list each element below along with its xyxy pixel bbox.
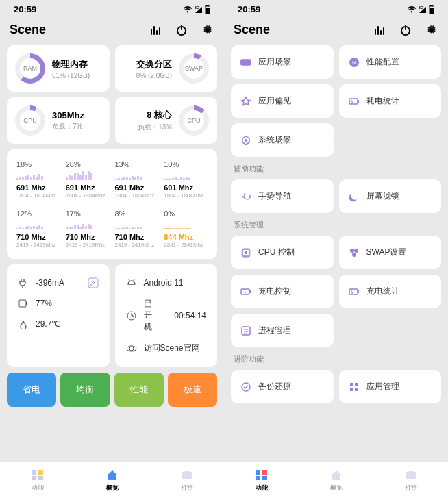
globe-icon bbox=[126, 343, 137, 354]
temp-icon bbox=[18, 318, 29, 329]
chart-icon[interactable] bbox=[373, 23, 386, 37]
feature-屏幕滤镜[interactable]: 屏幕滤镜 bbox=[339, 179, 442, 213]
mode-extreme[interactable]: 极速 bbox=[168, 373, 217, 407]
svg-rect-35 bbox=[249, 290, 251, 293]
mode-powersave[interactable]: 省电 bbox=[7, 373, 56, 407]
cpu-core-3: 10% 691 Mhz 1804 - 1804Mhz bbox=[162, 158, 209, 201]
pref-icon bbox=[240, 96, 251, 107]
svg-rect-21 bbox=[430, 8, 434, 14]
svg-text:3G: 3G bbox=[419, 5, 423, 10]
signal-icon: 3G bbox=[419, 5, 427, 14]
screen-left: 20:59 3G Scene RAM 物理内存 61% (12GB) bbox=[0, 0, 224, 502]
header: Scene bbox=[0, 17, 224, 45]
svg-rect-44 bbox=[256, 470, 260, 475]
cpu-core-4: 12% 710 Mhz 2419 - 2419Mhz bbox=[15, 207, 62, 251]
cpu-core-2: 13% 691 Mhz 1804 - 1804Mhz bbox=[114, 158, 160, 201]
svg-rect-27 bbox=[358, 100, 359, 103]
nav-overview[interactable]: 概览 bbox=[329, 469, 344, 492]
gesture-icon bbox=[240, 191, 251, 202]
svg-rect-8 bbox=[26, 302, 27, 305]
section-aux: 辅助功能 bbox=[234, 164, 441, 174]
screen-icon bbox=[349, 191, 360, 202]
system-card[interactable]: Android 11 已开机 00:54:14 访问Scene官网 bbox=[115, 264, 218, 367]
svg-point-11 bbox=[129, 347, 134, 351]
cores-card[interactable]: 18% 691 Mhz 1804 - 1804Mhz 28% 691 Mhz 1… bbox=[7, 149, 217, 259]
wifi-icon bbox=[407, 5, 416, 14]
feature-性能配置[interactable]: N性能配置 bbox=[339, 45, 442, 79]
status-time: 20:59 bbox=[238, 4, 260, 14]
feature-充电统计[interactable]: 充电统计 bbox=[339, 275, 442, 308]
feature-备份还原[interactable]: 备份还原 bbox=[231, 370, 334, 403]
edit-icon[interactable] bbox=[88, 277, 99, 288]
feature-应用偏见[interactable]: 应用偏见 bbox=[231, 84, 334, 118]
app-title: Scene bbox=[234, 23, 270, 37]
feature-应用场景[interactable]: 应用场景 bbox=[231, 45, 334, 79]
mode-row: 省电 均衡 性能 极速 bbox=[7, 373, 217, 407]
header: Scene bbox=[224, 17, 448, 45]
svg-rect-13 bbox=[38, 470, 43, 475]
android-icon bbox=[126, 277, 137, 288]
ram-card[interactable]: RAM 物理内存 61% (12GB) bbox=[7, 45, 110, 92]
battery-card[interactable]: -396mA 77% 29.7℃ bbox=[7, 264, 110, 367]
feature-手势导航[interactable]: 手势导航 bbox=[231, 179, 334, 213]
gpu-card[interactable]: GPU 305Mhz 负载：7% bbox=[7, 97, 110, 144]
cpu-card[interactable]: 8 核心 负载：13% CPU bbox=[115, 97, 218, 144]
feature-系统场景[interactable]: 系统场景 bbox=[231, 123, 334, 157]
mode-balance[interactable]: 均衡 bbox=[60, 373, 110, 407]
cpu-core-0: 18% 691 Mhz 1804 - 1804Mhz bbox=[15, 158, 62, 201]
backup-icon bbox=[240, 381, 251, 392]
cpu-icon bbox=[240, 247, 251, 258]
status-icons: 3G bbox=[183, 5, 210, 14]
chart-icon[interactable] bbox=[149, 23, 162, 37]
feature-CPU 控制[interactable]: CPU 控制 bbox=[231, 236, 334, 269]
battery-level-icon bbox=[18, 298, 29, 309]
feature-耗电统计[interactable]: 耗电统计 bbox=[339, 84, 442, 118]
swap-card[interactable]: 交换分区 8% (2.0GB) SWAP bbox=[115, 45, 218, 92]
svg-rect-12 bbox=[32, 470, 36, 475]
section-sysmgr: 系统管理 bbox=[234, 220, 441, 230]
gear-icon[interactable] bbox=[201, 23, 214, 37]
scene-icon bbox=[240, 135, 251, 146]
svg-rect-45 bbox=[262, 470, 267, 475]
bottom-nav: 功能 概览 打赏 bbox=[0, 462, 224, 502]
power-icon bbox=[349, 286, 360, 297]
feature-充电控制[interactable]: 充电控制 bbox=[231, 275, 334, 308]
svg-rect-42 bbox=[350, 388, 353, 391]
nav-bonus[interactable]: 打赏 bbox=[179, 469, 195, 492]
power-icon[interactable] bbox=[399, 23, 412, 37]
status-time: 20:59 bbox=[14, 4, 36, 14]
bottom-nav: 功能 概览 打赏 bbox=[224, 462, 448, 502]
svg-rect-36 bbox=[349, 289, 358, 294]
cpu-core-7: 0% 844 Mhz 2841 - 2841Mhz bbox=[162, 207, 209, 251]
svg-rect-14 bbox=[32, 476, 36, 480]
nav-features[interactable]: 功能 bbox=[30, 469, 45, 492]
perf-icon: N bbox=[349, 57, 360, 68]
svg-rect-30 bbox=[245, 251, 247, 254]
screen-right: 20:59 3G Scene 应用场景N性能配置应用偏见耗电统计系统场景 辅助功… bbox=[224, 0, 448, 502]
svg-rect-40 bbox=[350, 383, 353, 386]
nav-features[interactable]: 功能 bbox=[254, 469, 269, 492]
svg-rect-49 bbox=[406, 473, 416, 479]
cpu-core-1: 28% 691 Mhz 1804 - 1804Mhz bbox=[64, 158, 111, 201]
svg-point-32 bbox=[354, 249, 358, 253]
feature-进程管理[interactable]: 进程管理 bbox=[231, 314, 334, 347]
svg-point-33 bbox=[352, 253, 356, 257]
svg-rect-41 bbox=[355, 383, 358, 386]
game-icon bbox=[240, 57, 251, 68]
signal-icon: 3G bbox=[195, 5, 203, 14]
nav-overview[interactable]: 概览 bbox=[105, 469, 120, 492]
svg-rect-7 bbox=[19, 300, 26, 307]
clock-icon bbox=[126, 310, 137, 321]
mode-performance[interactable]: 性能 bbox=[114, 373, 164, 407]
nav-bonus[interactable]: 打赏 bbox=[403, 469, 419, 492]
feature-SWAP设置[interactable]: SWAP设置 bbox=[339, 236, 442, 269]
svg-rect-17 bbox=[182, 473, 192, 479]
gear-icon[interactable] bbox=[425, 23, 438, 37]
cpu-core-6: 8% 710 Mhz 2419 - 2419Mhz bbox=[114, 207, 160, 251]
feature-应用管理[interactable]: 应用管理 bbox=[339, 370, 442, 403]
swap-icon bbox=[349, 247, 360, 258]
svg-point-28 bbox=[245, 139, 247, 142]
power-icon[interactable] bbox=[175, 23, 188, 37]
section-adv: 进阶功能 bbox=[234, 354, 441, 364]
proc-icon bbox=[240, 325, 251, 336]
